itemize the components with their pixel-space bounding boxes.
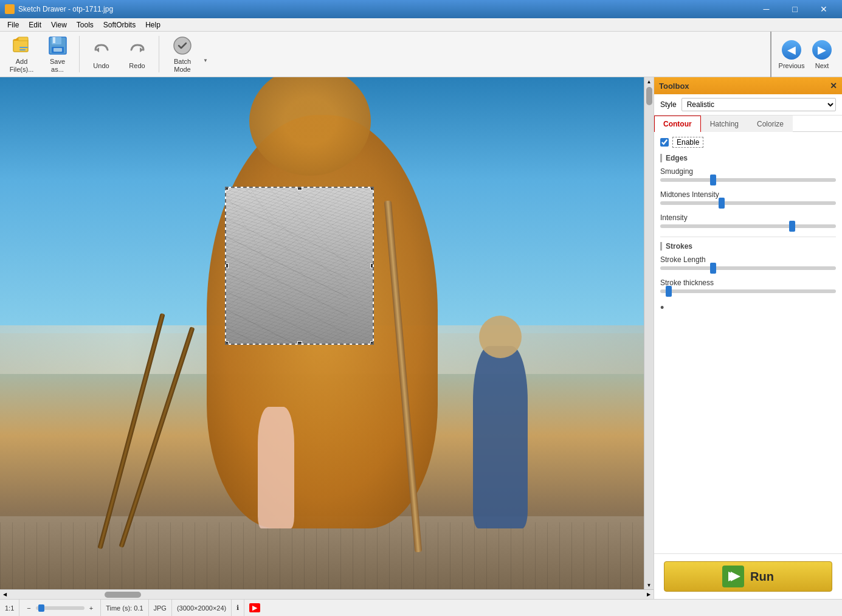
dimensions-label: (3000×2000×24) <box>177 604 226 612</box>
app-title: Sketch Drawer - otp-1711.jpg <box>18 5 113 13</box>
tab-contour[interactable]: Contour <box>654 116 701 132</box>
svg-rect-2 <box>18 37 28 41</box>
separator-2 <box>159 36 159 72</box>
app-icon <box>5 4 15 14</box>
menu-file[interactable]: File <box>2 18 24 31</box>
handle-tm[interactable] <box>297 187 302 190</box>
youtube-icon[interactable]: ▶ <box>249 603 260 612</box>
smudging-slider-thumb[interactable] <box>710 175 716 185</box>
title-bar-left: Sketch Drawer - otp-1711.jpg <box>5 4 113 14</box>
run-label: Run <box>750 570 774 584</box>
style-select[interactable]: Realistic Classic Cartoon Pastel <box>682 98 836 111</box>
undo-button[interactable]: Undo <box>85 35 118 74</box>
midtones-intensity-slider-thumb[interactable] <box>719 198 725 209</box>
redo-icon <box>126 39 148 61</box>
zoom-controls[interactable]: − + <box>19 600 101 616</box>
stroke-length-slider-thumb[interactable] <box>710 263 716 274</box>
menu-edit[interactable]: Edit <box>24 18 46 31</box>
zoom-slider[interactable] <box>36 606 85 610</box>
status-bar: 1:1 − + Time (s): 0.1 JPG (3000×2000×24)… <box>0 599 842 616</box>
toolbox-title: Toolbox <box>659 81 689 91</box>
minimize-button[interactable]: ─ <box>753 0 780 18</box>
previous-button[interactable]: ◀ Previous <box>776 35 807 74</box>
save-as-button[interactable]: Save as... <box>41 35 74 74</box>
add-files-button[interactable]: Add File(s)... <box>5 35 38 74</box>
scroll-up-btn[interactable]: ▲ <box>646 78 652 85</box>
stroke-length-slider-track[interactable] <box>660 266 836 270</box>
run-arrow-icon <box>722 566 744 587</box>
handle-bm[interactable] <box>297 341 302 345</box>
child-body <box>258 407 294 528</box>
intensity-slider-track[interactable] <box>660 224 836 228</box>
scroll-thumb-h[interactable] <box>105 592 141 598</box>
handle-mr[interactable] <box>370 263 374 268</box>
horizontal-scrollbar-area[interactable]: ◀ ▶ <box>0 589 654 599</box>
svg-rect-7 <box>53 37 55 43</box>
next-label: Next <box>815 62 829 69</box>
enable-checkbox[interactable] <box>660 138 669 147</box>
info-icon[interactable]: ℹ <box>236 604 239 612</box>
redo-label: Redo <box>129 62 145 69</box>
handle-br[interactable] <box>370 341 374 345</box>
midtones-intensity-label: Midtones Intensity <box>660 190 836 199</box>
scroll-left-btn[interactable]: ◀ <box>0 590 10 600</box>
edges-section-label: Edges <box>660 154 836 162</box>
run-button[interactable]: Run <box>664 561 832 592</box>
stroke-thickness-slider-thumb[interactable] <box>666 286 672 297</box>
tabs: Contour Hatching Colorize <box>654 116 842 132</box>
smudging-param: Smudging <box>660 167 836 182</box>
scroll-down-btn[interactable]: ▼ <box>646 582 652 588</box>
handle-tr[interactable] <box>370 187 374 190</box>
toolbox-header: Toolbox ✕ <box>654 77 842 94</box>
scroll-right-btn[interactable]: ▶ <box>644 590 654 600</box>
photo-background <box>0 77 644 589</box>
sketch-preview-box[interactable] <box>225 187 374 345</box>
scroll-thumb-v[interactable] <box>646 87 652 105</box>
strokes-section-label: Strokes <box>660 242 836 251</box>
maximize-button[interactable]: □ <box>781 0 809 18</box>
menu-softorbits[interactable]: SoftOrbits <box>98 18 140 31</box>
svg-line-24 <box>226 194 317 344</box>
svg-rect-9 <box>53 48 62 52</box>
batch-dropdown-arrow[interactable]: ▼ <box>203 58 208 63</box>
zoom-in-btn[interactable]: + <box>87 604 95 612</box>
separator-1 <box>79 36 80 72</box>
batch-mode-button[interactable]: Batch Mode <box>164 35 201 74</box>
menu-tools[interactable]: Tools <box>72 18 98 31</box>
vertical-scrollbar[interactable]: ▲ ▼ <box>644 77 654 589</box>
handle-bl[interactable] <box>225 341 229 345</box>
zoom-thumb[interactable] <box>38 604 44 612</box>
close-button[interactable]: ✕ <box>810 0 837 18</box>
toolbox-close-button[interactable]: ✕ <box>830 81 837 91</box>
smudging-slider-track[interactable] <box>660 178 836 182</box>
title-bar-controls[interactable]: ─ □ ✕ <box>753 0 837 18</box>
zoom-out-btn[interactable]: − <box>24 604 33 612</box>
midtones-intensity-slider-track[interactable] <box>660 201 836 205</box>
enable-label: Enable <box>672 137 703 148</box>
tab-hatching[interactable]: Hatching <box>701 116 748 132</box>
next-icon: ▶ <box>811 39 833 61</box>
social-section[interactable]: ▶ <box>244 600 265 616</box>
midtones-intensity-param: Midtones Intensity <box>660 190 836 205</box>
stroke-thickness-slider-track[interactable] <box>660 289 836 293</box>
title-bar: Sketch Drawer - otp-1711.jpg ─ □ ✕ <box>0 0 842 18</box>
style-row: Style Realistic Classic Cartoon Pastel <box>654 94 842 116</box>
time-section: Time (s): 0.1 <box>101 600 148 616</box>
info-section[interactable]: ℹ <box>232 600 244 616</box>
man-body <box>473 346 528 528</box>
svg-line-16 <box>226 255 348 316</box>
handle-ml[interactable] <box>225 263 229 268</box>
intensity-slider-thumb[interactable] <box>789 221 795 232</box>
redo-button[interactable]: Redo <box>120 35 154 74</box>
menu-view[interactable]: View <box>46 18 72 31</box>
canvas-main[interactable] <box>0 77 644 589</box>
undo-icon <box>91 39 112 61</box>
next-button[interactable]: ▶ Next <box>807 35 837 74</box>
menu-help[interactable]: Help <box>140 18 165 31</box>
svg-marker-30 <box>731 572 740 581</box>
toolbar: Add File(s)... Save as... Undo <box>0 32 842 77</box>
stroke-length-label: Stroke Length <box>660 255 836 264</box>
tab-colorize[interactable]: Colorize <box>748 116 793 132</box>
handle-tl[interactable] <box>225 187 229 190</box>
toolbox-panel: Toolbox ✕ Style Realistic Classic Cartoo… <box>654 77 842 599</box>
